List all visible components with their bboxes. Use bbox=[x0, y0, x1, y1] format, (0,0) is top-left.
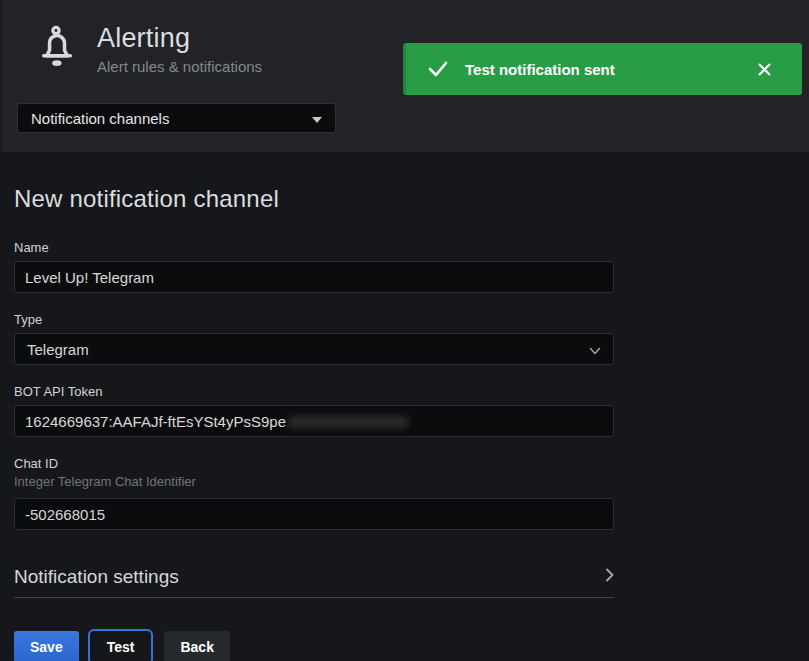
type-field-group: Type Telegram bbox=[14, 312, 614, 365]
success-toast: Test notification sent bbox=[403, 43, 802, 95]
main-content: New notification channel Name Type Teleg… bbox=[0, 152, 809, 661]
view-selector-value: Notification channels bbox=[31, 110, 169, 127]
check-icon bbox=[428, 61, 448, 77]
name-input[interactable] bbox=[14, 261, 614, 293]
type-label: Type bbox=[14, 312, 614, 327]
chat-id-field-group: Chat ID Integer Telegram Chat Identifier bbox=[14, 456, 614, 530]
chat-id-label: Chat ID bbox=[14, 456, 614, 471]
type-select[interactable]: Telegram bbox=[14, 333, 614, 365]
caret-down-icon bbox=[312, 109, 322, 127]
notification-settings-title: Notification settings bbox=[14, 566, 179, 588]
chevron-right-icon bbox=[605, 568, 614, 586]
back-button[interactable]: Back bbox=[164, 631, 229, 661]
close-icon[interactable] bbox=[757, 62, 772, 77]
chevron-down-icon bbox=[589, 341, 601, 358]
alerting-bell-icon bbox=[30, 21, 82, 77]
bot-api-token-input[interactable]: 1624669637:AAFAJf-ftEsYSt4yPsS9pe XXXXXX… bbox=[14, 405, 614, 437]
type-select-value: Telegram bbox=[27, 341, 89, 358]
toast-message: Test notification sent bbox=[465, 61, 757, 78]
test-button[interactable]: Test bbox=[88, 629, 154, 661]
view-selector-dropdown[interactable]: Notification channels bbox=[17, 103, 336, 133]
page-titles: Alerting Alert rules & notifications bbox=[97, 21, 262, 75]
chat-id-input[interactable] bbox=[14, 498, 614, 530]
chat-id-help: Integer Telegram Chat Identifier bbox=[14, 474, 614, 489]
name-field-group: Name bbox=[14, 240, 614, 293]
name-label: Name bbox=[14, 240, 614, 255]
notification-settings-toggle[interactable]: Notification settings bbox=[14, 566, 614, 588]
section-divider bbox=[14, 597, 614, 598]
save-button[interactable]: Save bbox=[14, 631, 79, 661]
token-field-group: BOT API Token 1624669637:AAFAJf-ftEsYSt4… bbox=[14, 384, 614, 437]
token-value-visible: 1624669637:AAFAJf-ftEsYSt4yPsS9pe bbox=[25, 413, 286, 430]
form-heading: New notification channel bbox=[14, 152, 795, 213]
token-value-redacted: XXXXXXXXXXXX bbox=[288, 413, 408, 430]
token-label: BOT API Token bbox=[14, 384, 614, 399]
form-actions: Save Test Back bbox=[14, 629, 795, 661]
page-subtitle: Alert rules & notifications bbox=[97, 58, 262, 75]
page-title: Alerting bbox=[97, 23, 262, 54]
